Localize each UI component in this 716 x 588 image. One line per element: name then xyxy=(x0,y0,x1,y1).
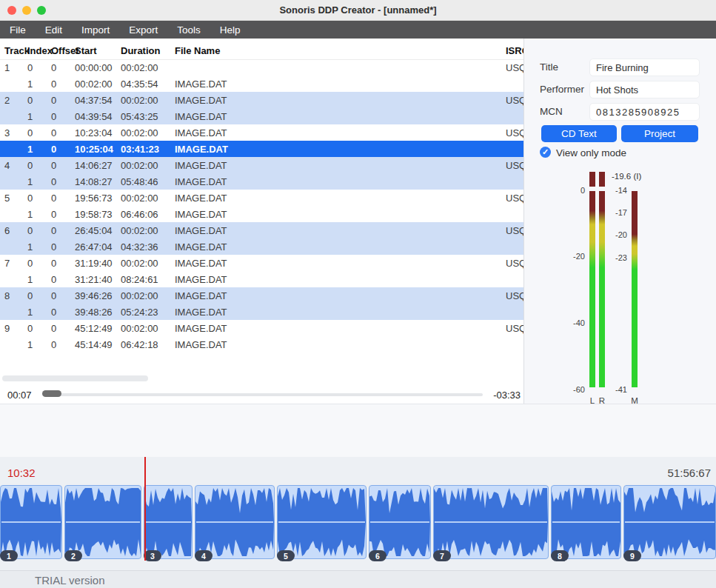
clip-indicator-left xyxy=(589,172,595,187)
cell-isrc: USQ xyxy=(506,160,523,171)
table-row[interactable]: 1010:25:0403:41:23IMAGE.DAT xyxy=(0,141,523,157)
cell-offset: 0 xyxy=(51,127,56,138)
table-row[interactable]: 10000:00:0000:02:00USQ xyxy=(0,59,523,76)
cell-duration: 04:32:36 xyxy=(121,241,158,253)
waveform-segment[interactable]: 3 xyxy=(144,485,193,559)
cell-file: IMAGE.DAT xyxy=(175,307,227,318)
waveform-segment[interactable]: 2 xyxy=(64,485,141,559)
cell-isrc: USQ xyxy=(506,95,523,106)
view-only-checkbox[interactable]: ✓ xyxy=(540,147,551,158)
cell-file: IMAGE.DAT xyxy=(175,323,227,334)
cell-isrc: USQ xyxy=(506,193,523,204)
track-number-badge: 7 xyxy=(433,550,451,561)
horizontal-scrollbar[interactable] xyxy=(2,375,148,381)
table-row[interactable]: 60026:45:0400:02:00IMAGE.DATUSQ xyxy=(0,222,523,238)
cell-index: 0 xyxy=(27,160,33,171)
cell-start: 19:58:73 xyxy=(75,209,113,220)
waveform-centerline xyxy=(435,521,547,523)
table-row[interactable]: 90045:12:4900:02:00IMAGE.DATUSQ xyxy=(0,320,523,336)
waveform-segment[interactable]: 7 xyxy=(433,485,549,559)
table-row[interactable]: 70031:19:4000:02:00IMAGE.DATUSQ xyxy=(0,255,523,271)
zoom-button[interactable] xyxy=(37,6,46,15)
cell-start: 04:37:54 xyxy=(75,95,113,106)
cell-offset: 0 xyxy=(51,274,56,285)
remaining-time-label: -03:33 xyxy=(493,390,521,401)
cell-file: IMAGE.DAT xyxy=(175,209,227,220)
cell-start: 00:02:00 xyxy=(75,78,113,90)
cell-offset: 0 xyxy=(51,176,56,187)
cell-file: IMAGE.DAT xyxy=(175,160,227,171)
cell-index: 1 xyxy=(27,78,33,90)
menu-file[interactable]: File xyxy=(10,24,26,36)
cell-duration: 00:02:00 xyxy=(121,323,158,334)
waveform-centerline xyxy=(196,521,273,523)
table-row[interactable]: 1039:48:2605:24:23IMAGE.DAT xyxy=(0,304,523,320)
cell-track: 6 xyxy=(4,225,10,236)
m-scale-label: -14 xyxy=(569,186,627,195)
table-row[interactable]: 40014:06:2700:02:00IMAGE.DATUSQ xyxy=(0,157,523,173)
menu-bar: File Edit Import Export Tools Help xyxy=(0,21,716,39)
table-row[interactable]: 1045:14:4906:42:18IMAGE.DAT xyxy=(0,336,523,353)
cell-track: 3 xyxy=(4,127,10,138)
waveform-segment[interactable]: 5 xyxy=(277,485,367,559)
waveform-segment[interactable]: 4 xyxy=(195,485,275,559)
mcn-input[interactable] xyxy=(589,103,700,121)
cell-duration: 06:46:06 xyxy=(121,209,158,220)
menu-edit[interactable]: Edit xyxy=(45,24,62,36)
cell-index: 1 xyxy=(27,176,33,187)
cell-offset: 0 xyxy=(51,258,56,269)
menu-help[interactable]: Help xyxy=(220,24,241,36)
seek-slider-thumb[interactable] xyxy=(42,390,61,397)
project-button[interactable]: Project xyxy=(621,125,698,142)
cell-track: 4 xyxy=(4,160,10,171)
waveform-segment[interactable]: 8 xyxy=(551,485,621,559)
table-row[interactable]: 50019:56:7300:02:00IMAGE.DATUSQ xyxy=(0,190,523,206)
title-input[interactable] xyxy=(589,59,700,76)
cell-index: 0 xyxy=(27,193,33,204)
performer-input[interactable] xyxy=(589,81,700,98)
waveform-segment[interactable]: 9 xyxy=(623,485,716,559)
menu-export[interactable]: Export xyxy=(129,24,158,36)
table-row[interactable]: 1026:47:0404:32:36IMAGE.DAT xyxy=(0,238,523,255)
menu-tools[interactable]: Tools xyxy=(177,24,201,36)
track-number-badge: 3 xyxy=(144,550,161,561)
cell-start: 39:48:26 xyxy=(75,307,113,318)
cell-file: IMAGE.DAT xyxy=(175,193,227,204)
table-row[interactable]: 1014:08:2705:48:46IMAGE.DAT xyxy=(0,173,523,190)
cell-isrc: USQ xyxy=(506,62,523,73)
cell-offset: 0 xyxy=(51,160,56,171)
window-controls xyxy=(7,6,46,15)
title-bar: Sonoris DDP Creator - [unnamed*] xyxy=(0,0,716,21)
cell-offset: 0 xyxy=(51,209,56,220)
cell-index: 0 xyxy=(27,225,33,236)
cell-isrc: USQ xyxy=(506,127,523,138)
seek-slider-track[interactable] xyxy=(42,393,483,396)
cell-offset: 0 xyxy=(51,241,56,253)
table-row[interactable]: 1019:58:7306:46:06IMAGE.DAT xyxy=(0,206,523,222)
waveform-segment[interactable]: 1 xyxy=(0,485,62,559)
check-icon: ✓ xyxy=(542,148,549,156)
cell-isrc: USQ xyxy=(506,225,523,236)
menu-import[interactable]: Import xyxy=(81,24,110,36)
table-row[interactable]: 1000:02:0004:35:54IMAGE.DAT xyxy=(0,76,523,92)
table-row[interactable]: 1004:39:5405:43:25IMAGE.DAT xyxy=(0,108,523,124)
column-header-duration: Duration xyxy=(121,45,160,56)
window-title: Sonoris DDP Creator - [unnamed*] xyxy=(279,4,436,16)
cell-index: 0 xyxy=(27,323,33,334)
waveform-segment[interactable]: 6 xyxy=(369,485,431,559)
cell-offset: 0 xyxy=(51,307,56,318)
cell-offset: 0 xyxy=(51,225,56,236)
cell-offset: 0 xyxy=(51,62,56,73)
table-row[interactable]: 20004:37:5400:02:00IMAGE.DATUSQ xyxy=(0,92,523,108)
cd-text-button[interactable]: CD Text xyxy=(541,125,617,142)
cell-index: 0 xyxy=(27,127,33,138)
cell-offset: 0 xyxy=(51,193,56,204)
table-row[interactable]: 30010:23:0400:02:00IMAGE.DATUSQ xyxy=(0,124,523,141)
m-scale-label: -20 xyxy=(569,230,627,239)
cell-track: 5 xyxy=(4,193,10,204)
table-row[interactable]: 1031:21:4008:24:61IMAGE.DAT xyxy=(0,271,523,287)
close-button[interactable] xyxy=(7,6,16,15)
track-number-badge: 2 xyxy=(64,550,82,561)
minimize-button[interactable] xyxy=(22,6,31,15)
table-row[interactable]: 80039:46:2600:02:00IMAGE.DATUSQ xyxy=(0,287,523,304)
